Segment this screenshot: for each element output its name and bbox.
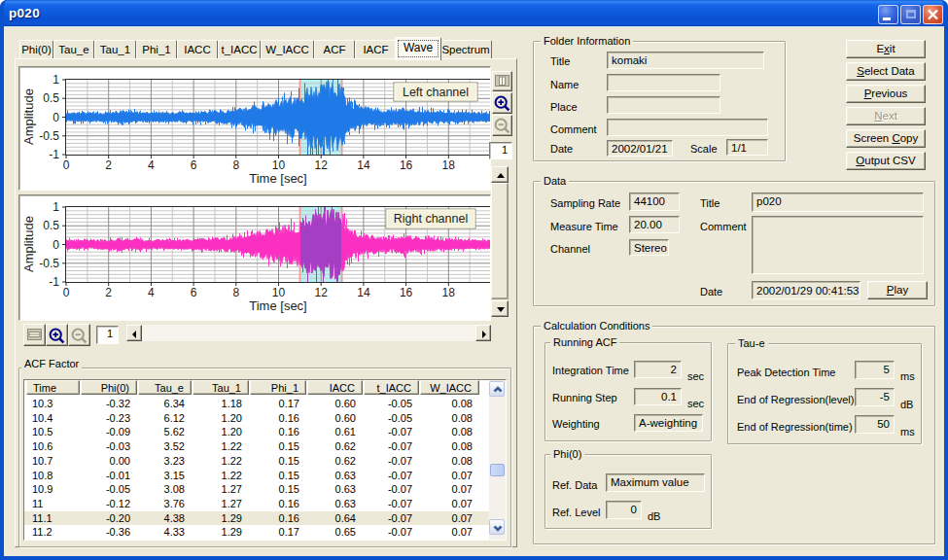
svg-text:Time [sec]: Time [sec]: [249, 298, 306, 313]
svg-text:0.5: 0.5: [43, 91, 59, 105]
svg-text:0: 0: [53, 111, 59, 124]
svg-text:14: 14: [357, 286, 370, 299]
svg-text:0: 0: [53, 238, 59, 252]
svg-text:0: 0: [63, 158, 70, 172]
svg-text:0.5: 0.5: [43, 219, 59, 232]
svg-text:2: 2: [105, 286, 112, 299]
svg-text:16: 16: [400, 158, 413, 172]
svg-text:10: 10: [272, 286, 286, 299]
svg-text:Amplitude: Amplitude: [21, 216, 36, 272]
svg-text:8: 8: [232, 158, 239, 172]
svg-text:4: 4: [148, 158, 155, 172]
svg-text:14: 14: [357, 158, 370, 172]
svg-text:Right channel: Right channel: [394, 212, 468, 226]
svg-text:Amplitude: Amplitude: [21, 88, 36, 145]
svg-text:1: 1: [53, 73, 59, 87]
svg-text:16: 16: [400, 286, 413, 299]
svg-text:4: 4: [148, 286, 155, 299]
svg-text:18: 18: [442, 158, 456, 172]
svg-text:-1: -1: [49, 148, 59, 161]
svg-text:Time [sec]: Time [sec]: [249, 171, 306, 186]
svg-text:18: 18: [442, 286, 456, 299]
svg-text:Left channel: Left channel: [403, 86, 469, 99]
svg-text:12: 12: [315, 286, 329, 299]
svg-text:6: 6: [191, 286, 197, 299]
svg-text:-0.5: -0.5: [39, 129, 59, 143]
svg-text:1: 1: [53, 200, 59, 214]
svg-text:12: 12: [315, 158, 329, 172]
svg-text:-0.5: -0.5: [39, 257, 59, 270]
svg-text:8: 8: [232, 286, 239, 299]
svg-text:-1: -1: [49, 275, 59, 289]
svg-text:0: 0: [63, 286, 70, 299]
svg-text:2: 2: [105, 158, 112, 172]
svg-text:6: 6: [191, 158, 197, 172]
svg-text:10: 10: [272, 158, 286, 172]
